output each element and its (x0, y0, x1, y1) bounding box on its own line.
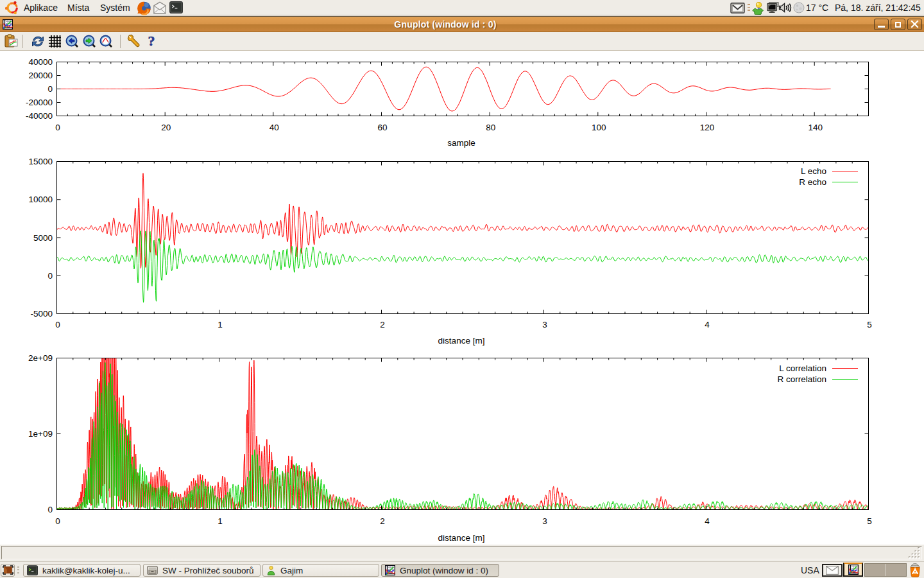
svg-text:20000: 20000 (28, 71, 53, 80)
svg-text:5000: 5000 (33, 233, 53, 243)
svg-text:3: 3 (542, 516, 547, 526)
svg-text:0: 0 (47, 84, 53, 94)
svg-text:L echo: L echo (801, 166, 826, 176)
svg-text:-40000: -40000 (26, 111, 53, 121)
svg-text:10000: 10000 (28, 195, 53, 204)
svg-text:5: 5 (867, 320, 872, 329)
svg-text:1e+09: 1e+09 (28, 429, 53, 439)
svg-text:3: 3 (542, 320, 547, 329)
svg-text:R correlation: R correlation (777, 374, 826, 384)
svg-text:L correlation: L correlation (779, 363, 826, 373)
svg-text:100: 100 (592, 123, 606, 132)
svg-text:4: 4 (705, 320, 710, 329)
svg-text:4: 4 (705, 516, 710, 526)
svg-text:40000: 40000 (28, 57, 53, 67)
svg-text:2e+09: 2e+09 (28, 353, 53, 363)
svg-text:40: 40 (270, 123, 279, 132)
svg-text:sample: sample (447, 138, 475, 148)
svg-text:0: 0 (47, 271, 53, 281)
svg-text:-20000: -20000 (26, 98, 53, 107)
svg-text:80: 80 (486, 123, 495, 132)
svg-text:15000: 15000 (28, 157, 53, 166)
svg-text:R echo: R echo (799, 177, 826, 187)
svg-text:2: 2 (380, 516, 385, 526)
svg-text:0: 0 (55, 320, 60, 329)
svg-text:1: 1 (218, 516, 223, 526)
svg-text:60: 60 (377, 123, 387, 132)
svg-text:0: 0 (55, 123, 60, 132)
svg-text:-5000: -5000 (30, 309, 53, 319)
svg-text:0: 0 (47, 505, 53, 514)
svg-text:20: 20 (161, 123, 171, 132)
svg-text:140: 140 (808, 123, 823, 132)
svg-text:120: 120 (700, 123, 715, 132)
svg-text:distance [m]: distance [m] (438, 533, 485, 543)
svg-text:5: 5 (867, 516, 872, 526)
svg-text:0: 0 (55, 516, 60, 526)
svg-text:distance [m]: distance [m] (438, 336, 485, 346)
svg-text:2: 2 (380, 320, 385, 329)
svg-text:1: 1 (218, 320, 223, 329)
